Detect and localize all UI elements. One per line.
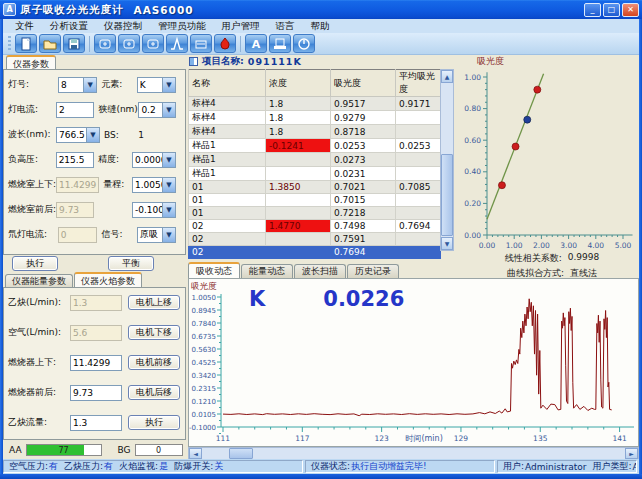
cell-name[interactable]: 样品1 xyxy=(189,153,266,167)
flame-input-4[interactable]: 1.3 xyxy=(70,415,122,431)
flame-button-0[interactable]: 电机上移 xyxy=(128,295,180,310)
maximize-button[interactable]: □ xyxy=(603,3,620,17)
table-row[interactable]: 标样41.80.9279 xyxy=(189,111,441,125)
cell-conc[interactable]: 1.4770 xyxy=(266,220,331,233)
cell-avg[interactable] xyxy=(396,233,441,246)
cell-conc[interactable]: 1.8 xyxy=(266,111,331,125)
cell-abs[interactable]: 0.0231 xyxy=(331,167,396,181)
table-row[interactable]: 020.7591 xyxy=(189,233,441,246)
close-button[interactable]: ✕ xyxy=(622,3,639,17)
toolbar-button-auto-gain[interactable]: A xyxy=(245,34,267,53)
chevron-down-icon[interactable]: ▼ xyxy=(162,202,176,218)
chevron-down-icon[interactable]: ▼ xyxy=(162,102,176,118)
cell-name[interactable]: 标样4 xyxy=(189,111,266,125)
param-control-0[interactable]: 8▼ xyxy=(58,77,97,93)
param-control2-0[interactable]: K▼ xyxy=(137,77,176,93)
cell-abs[interactable]: 0.8718 xyxy=(331,125,396,139)
cell-abs[interactable]: 0.7218 xyxy=(331,207,396,220)
cell-avg[interactable]: 0.0253 xyxy=(396,139,441,153)
chevron-down-icon[interactable]: ▼ xyxy=(162,77,176,93)
cell-name[interactable]: 02 xyxy=(189,233,266,246)
table-row[interactable]: 标样41.80.95170.9171 xyxy=(189,97,441,111)
cell-avg[interactable]: 0.7085 xyxy=(396,181,441,194)
table-row[interactable]: 标样41.80.8718 xyxy=(189,125,441,139)
tab-波长扫描[interactable]: 波长扫描 xyxy=(294,264,346,278)
param-control2-6[interactable]: 原吸▼ xyxy=(137,227,176,243)
table-row[interactable]: 样品10.0273 xyxy=(189,153,441,167)
table-row[interactable]: 样品1-0.12410.02530.0253 xyxy=(189,139,441,153)
table-row[interactable]: 021.47700.74980.7694 xyxy=(189,220,441,233)
table-row[interactable]: 010.7218 xyxy=(189,207,441,220)
cell-conc[interactable] xyxy=(266,233,331,246)
cell-conc[interactable] xyxy=(266,207,331,220)
chevron-down-icon[interactable]: ▼ xyxy=(83,77,97,93)
cell-avg[interactable] xyxy=(396,111,441,125)
cell-avg[interactable]: 0.9171 xyxy=(396,97,441,111)
cell-avg[interactable] xyxy=(396,194,441,207)
chevron-down-icon[interactable]: ▼ xyxy=(162,227,176,243)
cell-abs[interactable]: 0.7591 xyxy=(331,233,396,246)
cell-avg[interactable] xyxy=(396,167,441,181)
cell-name[interactable]: 样品1 xyxy=(189,139,266,153)
cell-conc[interactable]: 1.3850 xyxy=(266,181,331,194)
execute-button[interactable]: 执行 xyxy=(12,256,58,271)
menu-item-2[interactable]: 仪器控制 xyxy=(96,20,150,33)
cell-abs[interactable]: 0.9279 xyxy=(331,111,396,125)
col-header-2[interactable]: 吸光度 xyxy=(331,70,396,97)
cell-conc[interactable] xyxy=(266,153,331,167)
toolbar-button-power[interactable] xyxy=(293,34,315,53)
toolbar-button-lamp-2[interactable] xyxy=(118,34,140,53)
col-header-1[interactable]: 浓度 xyxy=(266,70,331,97)
tab-历史记录[interactable]: 历史记录 xyxy=(347,264,399,278)
menu-item-4[interactable]: 用户管理 xyxy=(214,20,268,33)
chevron-down-icon[interactable]: ▼ xyxy=(162,177,176,193)
minimize-button[interactable]: _ xyxy=(584,3,601,17)
table-row[interactable]: 010.7015 xyxy=(189,194,441,207)
cell-name[interactable]: 样品1 xyxy=(189,167,266,181)
cell-avg[interactable]: 0.7694 xyxy=(396,220,441,233)
cell-avg[interactable] xyxy=(396,125,441,139)
menu-item-6[interactable]: 帮助 xyxy=(303,20,338,33)
cell-abs[interactable]: 0.9517 xyxy=(331,97,396,111)
flame-button-1[interactable]: 电机下移 xyxy=(128,325,180,340)
param-control2-5[interactable]: -0.1000▼ xyxy=(132,202,176,218)
cell-name[interactable]: 标样4 xyxy=(189,125,266,139)
cell-conc[interactable] xyxy=(266,194,331,207)
cell-conc[interactable]: -0.1241 xyxy=(266,139,331,153)
param-control-3[interactable]: 215.5 xyxy=(56,152,94,168)
table-scrollbar[interactable]: ▲ ▼ xyxy=(440,69,454,251)
toolbar-button-wavelength-scan[interactable] xyxy=(166,34,188,53)
cell-avg[interactable] xyxy=(396,153,441,167)
param-control-1[interactable]: 2 xyxy=(56,102,95,118)
toolbar-button-save[interactable] xyxy=(63,34,85,53)
cell-abs[interactable]: 0.7015 xyxy=(331,194,396,207)
scroll-right-icon[interactable]: ► xyxy=(625,448,638,459)
flame-button-2[interactable]: 电机前移 xyxy=(128,355,180,370)
scroll-up-icon[interactable]: ▲ xyxy=(441,70,453,83)
menu-item-5[interactable]: 语言 xyxy=(268,20,303,33)
toolbar-button-lamp-energy[interactable] xyxy=(142,34,164,53)
table-row[interactable]: 011.38500.70210.7085 xyxy=(189,181,441,194)
balance-button[interactable]: 平衡 xyxy=(108,256,154,271)
toolbar-button-instrument[interactable] xyxy=(269,34,291,53)
tab-能量动态[interactable]: 能量动态 xyxy=(241,264,293,278)
menu-item-3[interactable]: 管理员功能 xyxy=(150,20,214,33)
flame-button-4[interactable]: 执行 xyxy=(128,415,180,430)
tab-flame-0[interactable]: 仪器能量参数 xyxy=(5,274,73,288)
flame-button-3[interactable]: 电机后移 xyxy=(128,385,180,400)
menu-item-0[interactable]: 文件 xyxy=(7,20,42,33)
cell-conc[interactable] xyxy=(266,167,331,181)
scroll-down-icon[interactable]: ▼ xyxy=(441,237,453,250)
cell-abs[interactable]: 0.7498 xyxy=(331,220,396,233)
flame-input-3[interactable]: 9.73 xyxy=(70,385,122,401)
toolbar-button-ignite-flame[interactable] xyxy=(214,34,236,53)
dynamics-scrollbar-thumb[interactable] xyxy=(229,448,253,459)
cell-avg[interactable] xyxy=(396,207,441,220)
param-control-2[interactable]: 766.5▼ xyxy=(56,127,100,143)
cell-conc[interactable]: 1.8 xyxy=(266,97,331,111)
param-control2-3[interactable]: 0.0000▼ xyxy=(132,152,176,168)
chevron-down-icon[interactable]: ▼ xyxy=(162,152,176,168)
tab-吸收动态[interactable]: 吸收动态 xyxy=(188,262,240,278)
cell-name[interactable]: 02 xyxy=(189,246,266,259)
cell-name[interactable]: 01 xyxy=(189,194,266,207)
